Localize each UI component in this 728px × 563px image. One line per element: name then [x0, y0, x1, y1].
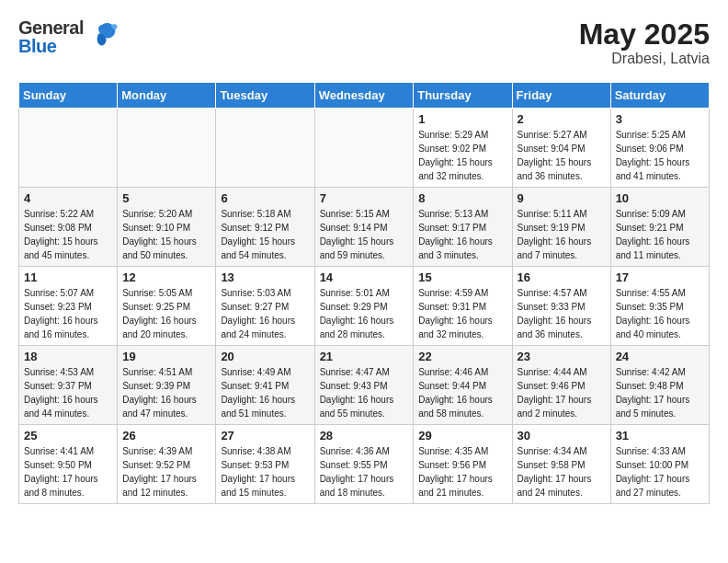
col-sunday: Sunday: [19, 83, 118, 109]
day-number: 5: [122, 191, 210, 205]
day-number: 17: [616, 270, 704, 284]
day-number: 11: [24, 270, 112, 284]
day-details: Sunrise: 5:18 AMSunset: 9:12 PMDaylight:…: [221, 207, 309, 262]
table-row: 8Sunrise: 5:13 AMSunset: 9:17 PMDaylight…: [414, 188, 512, 267]
col-wednesday: Wednesday: [314, 83, 414, 109]
day-details: Sunrise: 5:09 AMSunset: 9:21 PMDaylight:…: [616, 207, 704, 262]
table-row: 21Sunrise: 4:47 AMSunset: 9:43 PMDayligh…: [314, 346, 414, 425]
table-row: 17Sunrise: 4:55 AMSunset: 9:35 PMDayligh…: [610, 267, 709, 346]
table-row: 5Sunrise: 5:20 AMSunset: 9:10 PMDaylight…: [118, 188, 216, 267]
day-number: 3: [616, 112, 704, 126]
day-details: Sunrise: 4:35 AMSunset: 9:56 PMDaylight:…: [418, 444, 506, 500]
day-details: Sunrise: 5:07 AMSunset: 9:23 PMDaylight:…: [24, 286, 112, 341]
table-row: 19Sunrise: 4:51 AMSunset: 9:39 PMDayligh…: [118, 346, 216, 425]
day-details: Sunrise: 4:59 AMSunset: 9:31 PMDaylight:…: [418, 286, 506, 341]
day-number: 16: [518, 270, 606, 284]
table-row: 28Sunrise: 4:36 AMSunset: 9:55 PMDayligh…: [314, 425, 414, 504]
day-details: Sunrise: 4:47 AMSunset: 9:43 PMDaylight:…: [320, 365, 409, 420]
table-row: [216, 109, 314, 188]
day-number: 4: [24, 191, 112, 205]
table-row: 12Sunrise: 5:05 AMSunset: 9:25 PMDayligh…: [118, 267, 216, 346]
calendar-week-row: 4Sunrise: 5:22 AMSunset: 9:08 PMDaylight…: [19, 188, 710, 267]
day-number: 23: [518, 350, 606, 363]
calendar-week-row: 25Sunrise: 4:41 AMSunset: 9:50 PMDayligh…: [19, 425, 710, 504]
logo-text: General Blue: [18, 18, 84, 55]
day-details: Sunrise: 4:46 AMSunset: 9:44 PMDaylight:…: [418, 365, 506, 420]
day-number: 19: [122, 350, 210, 363]
day-details: Sunrise: 4:42 AMSunset: 9:48 PMDaylight:…: [616, 365, 704, 420]
table-row: 18Sunrise: 4:53 AMSunset: 9:37 PMDayligh…: [19, 346, 118, 425]
day-details: Sunrise: 4:44 AMSunset: 9:46 PMDaylight:…: [518, 365, 606, 420]
table-row: 9Sunrise: 5:11 AMSunset: 9:19 PMDaylight…: [512, 188, 610, 267]
table-row: 1Sunrise: 5:29 AMSunset: 9:02 PMDaylight…: [414, 109, 512, 188]
table-row: 11Sunrise: 5:07 AMSunset: 9:23 PMDayligh…: [19, 267, 118, 346]
logo-bird-icon: [85, 16, 120, 54]
day-number: 9: [518, 191, 606, 205]
title-block: May 2025 Drabesi, Latvia: [579, 18, 710, 67]
day-details: Sunrise: 4:53 AMSunset: 9:37 PMDaylight:…: [24, 365, 112, 420]
table-row: 10Sunrise: 5:09 AMSunset: 9:21 PMDayligh…: [610, 188, 709, 267]
day-details: Sunrise: 5:11 AMSunset: 9:19 PMDaylight:…: [518, 207, 606, 262]
day-number: 25: [24, 429, 112, 442]
table-row: 25Sunrise: 4:41 AMSunset: 9:50 PMDayligh…: [19, 425, 118, 504]
table-row: [118, 109, 216, 188]
table-row: 14Sunrise: 5:01 AMSunset: 9:29 PMDayligh…: [314, 267, 414, 346]
day-details: Sunrise: 4:57 AMSunset: 9:33 PMDaylight:…: [518, 286, 606, 341]
table-row: 7Sunrise: 5:15 AMSunset: 9:14 PMDaylight…: [314, 188, 414, 267]
table-row: 24Sunrise: 4:42 AMSunset: 9:48 PMDayligh…: [610, 346, 709, 425]
day-number: 12: [122, 270, 210, 284]
table-row: 16Sunrise: 4:57 AMSunset: 9:33 PMDayligh…: [512, 267, 610, 346]
day-number: 14: [320, 270, 409, 284]
calendar-week-row: 11Sunrise: 5:07 AMSunset: 9:23 PMDayligh…: [19, 267, 710, 346]
day-number: 26: [122, 429, 210, 442]
calendar-week-row: 18Sunrise: 4:53 AMSunset: 9:37 PMDayligh…: [19, 346, 710, 425]
logo: General Blue: [18, 18, 120, 55]
col-saturday: Saturday: [610, 83, 709, 109]
table-row: [314, 109, 414, 188]
day-details: Sunrise: 5:01 AMSunset: 9:29 PMDaylight:…: [320, 286, 409, 341]
day-number: 22: [418, 350, 506, 363]
day-number: 8: [418, 191, 506, 205]
calendar-body: 1Sunrise: 5:29 AMSunset: 9:02 PMDaylight…: [19, 109, 710, 504]
day-details: Sunrise: 4:51 AMSunset: 9:39 PMDaylight:…: [122, 365, 210, 420]
day-details: Sunrise: 5:13 AMSunset: 9:17 PMDaylight:…: [418, 207, 506, 262]
day-details: Sunrise: 5:20 AMSunset: 9:10 PMDaylight:…: [122, 207, 210, 262]
day-number: 31: [616, 429, 704, 442]
day-number: 27: [221, 429, 309, 442]
day-details: Sunrise: 4:41 AMSunset: 9:50 PMDaylight:…: [24, 444, 112, 500]
logo-blue: Blue: [18, 37, 84, 55]
col-friday: Friday: [512, 83, 610, 109]
table-row: 30Sunrise: 4:34 AMSunset: 9:58 PMDayligh…: [512, 425, 610, 504]
day-details: Sunrise: 5:29 AMSunset: 9:02 PMDaylight:…: [418, 128, 506, 183]
table-row: 3Sunrise: 5:25 AMSunset: 9:06 PMDaylight…: [610, 109, 709, 188]
day-number: 6: [221, 191, 309, 205]
day-number: 13: [221, 270, 309, 284]
day-details: Sunrise: 5:22 AMSunset: 9:08 PMDaylight:…: [24, 207, 112, 262]
day-details: Sunrise: 5:25 AMSunset: 9:06 PMDaylight:…: [616, 128, 704, 183]
calendar-header-row: Sunday Monday Tuesday Wednesday Thursday…: [19, 83, 710, 109]
table-row: [19, 109, 118, 188]
calendar-title: May 2025: [579, 18, 710, 51]
day-details: Sunrise: 4:55 AMSunset: 9:35 PMDaylight:…: [616, 286, 704, 341]
table-row: 27Sunrise: 4:38 AMSunset: 9:53 PMDayligh…: [216, 425, 314, 504]
table-row: 20Sunrise: 4:49 AMSunset: 9:41 PMDayligh…: [216, 346, 314, 425]
day-number: 24: [616, 350, 704, 363]
col-thursday: Thursday: [414, 83, 512, 109]
col-monday: Monday: [118, 83, 216, 109]
calendar-week-row: 1Sunrise: 5:29 AMSunset: 9:02 PMDaylight…: [19, 109, 710, 188]
day-number: 15: [418, 270, 506, 284]
table-row: 23Sunrise: 4:44 AMSunset: 9:46 PMDayligh…: [512, 346, 610, 425]
calendar-subtitle: Drabesi, Latvia: [579, 51, 710, 67]
day-details: Sunrise: 4:34 AMSunset: 9:58 PMDaylight:…: [518, 444, 606, 500]
table-row: 15Sunrise: 4:59 AMSunset: 9:31 PMDayligh…: [414, 267, 512, 346]
col-tuesday: Tuesday: [216, 83, 314, 109]
day-details: Sunrise: 5:05 AMSunset: 9:25 PMDaylight:…: [122, 286, 210, 341]
table-row: 2Sunrise: 5:27 AMSunset: 9:04 PMDaylight…: [512, 109, 610, 188]
day-number: 18: [24, 350, 112, 363]
day-details: Sunrise: 5:27 AMSunset: 9:04 PMDaylight:…: [518, 128, 606, 183]
day-number: 30: [518, 429, 606, 442]
day-number: 10: [616, 191, 704, 205]
calendar-table: Sunday Monday Tuesday Wednesday Thursday…: [18, 82, 710, 504]
day-number: 2: [518, 112, 606, 126]
day-number: 1: [418, 112, 506, 126]
